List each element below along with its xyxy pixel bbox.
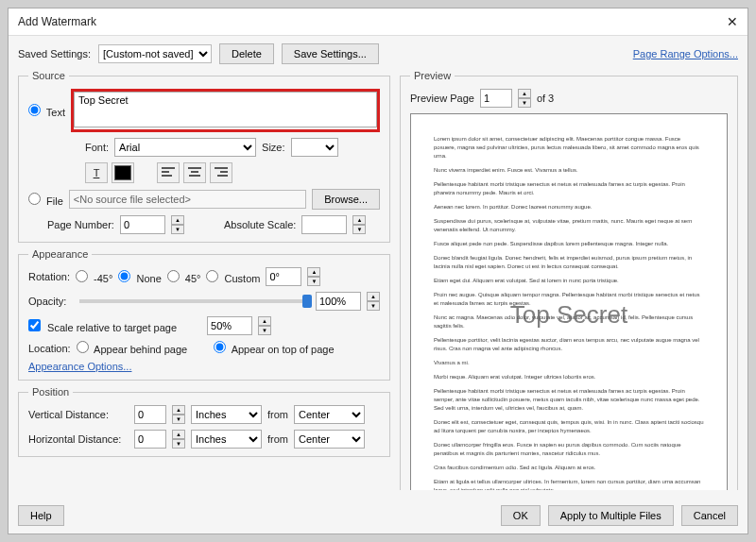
- help-button[interactable]: Help: [18, 505, 64, 526]
- horizontal-from-select[interactable]: Center: [294, 430, 365, 449]
- scale-relative-spinner[interactable]: ▲▼: [258, 316, 271, 335]
- rotation-label: Rotation:: [28, 271, 70, 282]
- position-legend: Position: [28, 386, 73, 398]
- file-path-input: [69, 190, 306, 209]
- browse-button[interactable]: Browse...: [312, 189, 380, 210]
- apply-multiple-button[interactable]: Apply to Multiple Files: [548, 505, 674, 526]
- titlebar: Add Watermark ✕: [9, 8, 747, 36]
- font-label: Font:: [85, 142, 109, 153]
- preview-page-spinner[interactable]: ▲▼: [518, 89, 531, 108]
- scale-relative-checkbox[interactable]: Scale relative to target page: [28, 319, 177, 333]
- vertical-from-label: from: [267, 409, 288, 420]
- opacity-label: Opacity:: [28, 296, 74, 307]
- horizontal-distance-input[interactable]: [134, 430, 166, 449]
- preview-legend: Preview: [410, 70, 455, 81]
- vertical-distance-input[interactable]: [134, 405, 166, 424]
- opacity-slider[interactable]: [79, 299, 310, 303]
- opacity-input[interactable]: [316, 292, 361, 311]
- vertical-unit-select[interactable]: Inches: [191, 405, 262, 424]
- location-top-radio[interactable]: Appear on top of page: [214, 341, 334, 355]
- appearance-legend: Appearance: [28, 248, 92, 260]
- ok-button[interactable]: OK: [501, 505, 541, 526]
- rotation-45-radio[interactable]: 45°: [167, 270, 201, 284]
- underline-icon[interactable]: T: [85, 162, 108, 183]
- color-picker[interactable]: [112, 162, 134, 183]
- location-behind-radio[interactable]: Appear behind page: [77, 341, 188, 355]
- text-radio[interactable]: Text: [28, 104, 65, 118]
- horizontal-distance-spinner[interactable]: ▲▼: [172, 430, 185, 449]
- watermark-preview-text: Top Secret: [411, 300, 727, 330]
- font-select[interactable]: Arial: [114, 138, 256, 157]
- page-range-options-link[interactable]: Page Range Options...: [633, 48, 738, 59]
- page-number-input[interactable]: [120, 215, 165, 234]
- horizontal-distance-label: Horizontal Distance:: [28, 433, 129, 445]
- preview-fieldset: Preview Preview Page ▲▼ of 3 Lorem ipsum…: [400, 70, 738, 490]
- size-label: Size:: [262, 142, 284, 153]
- saved-settings-label: Saved Settings:: [18, 48, 91, 59]
- size-select[interactable]: [291, 138, 338, 157]
- saved-settings-row: Saved Settings: [Custom-not saved] Delet…: [18, 43, 738, 64]
- page-number-spinner[interactable]: ▲▼: [171, 215, 184, 234]
- file-radio[interactable]: File: [28, 193, 63, 207]
- vertical-distance-label: Vertical Distance:: [28, 409, 129, 420]
- watermark-text-highlight: Top Secret: [71, 89, 380, 132]
- close-icon[interactable]: ✕: [727, 14, 738, 29]
- horizontal-from-label: from: [267, 433, 288, 445]
- footer: Help OK Apply to Multiple Files Cancel: [9, 498, 747, 534]
- align-left-icon[interactable]: [157, 162, 180, 183]
- preview-page-label: Preview Page: [410, 93, 474, 104]
- scale-relative-input[interactable]: [207, 316, 252, 335]
- vertical-distance-spinner[interactable]: ▲▼: [172, 405, 185, 424]
- preview-page-input[interactable]: [480, 89, 512, 108]
- cancel-button[interactable]: Cancel: [681, 505, 738, 526]
- preview-canvas: Lorem ipsum dolor sit amet, consectetuer…: [410, 113, 728, 490]
- rotation-none-radio[interactable]: None: [118, 270, 161, 284]
- appearance-options-link[interactable]: Appearance Options...: [28, 361, 131, 372]
- page-number-label: Page Number:: [47, 219, 114, 230]
- align-right-icon[interactable]: [210, 162, 232, 183]
- save-settings-button[interactable]: Save Settings...: [282, 43, 379, 64]
- watermark-text-input[interactable]: Top Secret: [74, 92, 377, 127]
- vertical-from-select[interactable]: Center: [294, 405, 365, 424]
- source-legend: Source: [28, 70, 69, 81]
- source-fieldset: Source Text Top Secret Font: Arial Size:: [18, 70, 390, 243]
- saved-settings-select[interactable]: [Custom-not saved]: [98, 44, 212, 63]
- rotation-spinner[interactable]: ▲▼: [307, 267, 320, 286]
- absolute-scale-input[interactable]: [301, 215, 347, 234]
- dialog-title: Add Watermark: [18, 15, 96, 28]
- preview-of-label: of 3: [537, 93, 554, 104]
- absolute-scale-label: Absolute Scale:: [224, 219, 296, 230]
- horizontal-unit-select[interactable]: Inches: [191, 430, 262, 449]
- appearance-fieldset: Appearance Rotation: -45° None 45° Custo…: [18, 248, 390, 381]
- absolute-scale-spinner[interactable]: ▲▼: [352, 215, 366, 234]
- position-fieldset: Position Vertical Distance: ▲▼ Inches fr…: [18, 386, 390, 457]
- add-watermark-dialog: Add Watermark ✕ Saved Settings: [Custom-…: [8, 8, 748, 534]
- location-label: Location:: [28, 343, 71, 354]
- opacity-spinner[interactable]: ▲▼: [367, 292, 380, 311]
- align-center-icon[interactable]: [183, 162, 206, 183]
- rotation-custom-radio[interactable]: Custom: [206, 270, 260, 284]
- rotation-value-input[interactable]: [266, 267, 301, 286]
- rotation-neg45-radio[interactable]: -45°: [76, 270, 112, 284]
- delete-button[interactable]: Delete: [219, 43, 274, 64]
